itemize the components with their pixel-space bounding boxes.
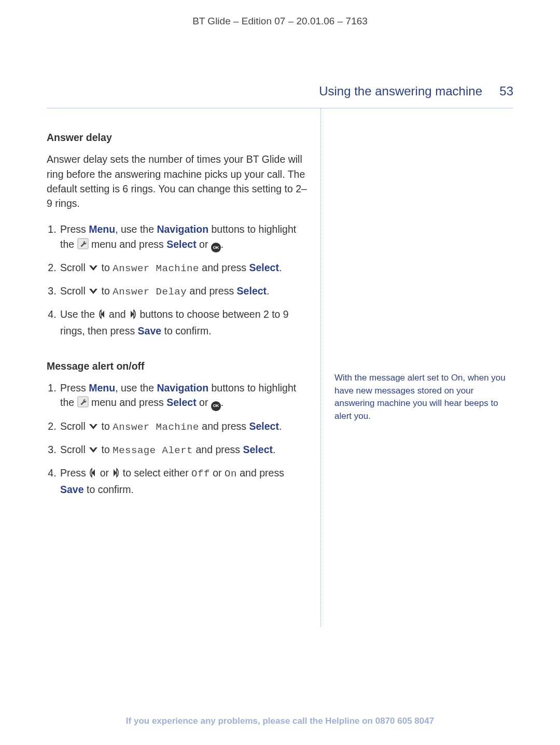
text: or [97, 467, 111, 479]
keyword-navigation: Navigation [157, 223, 208, 235]
spanner-icon [77, 238, 89, 253]
heading-answer-delay: Answer delay [47, 130, 310, 145]
text: . [273, 444, 275, 455]
heading-message-alert: Message alert on/off [47, 359, 310, 373]
step: Scroll to Message Alert and press Select… [59, 442, 310, 458]
text: to confirm. [161, 325, 211, 336]
step: Scroll to Answer Machine and press Selec… [59, 260, 310, 276]
keyword-menu: Menu [89, 223, 115, 235]
scroll-down-icon [88, 285, 99, 300]
text: menu and press [89, 238, 167, 250]
text: and press [187, 285, 236, 297]
keyword-save: Save [138, 325, 162, 336]
scroll-down-icon [88, 444, 99, 458]
steps-answer-delay: Press Menu, use the Navigation buttons t… [47, 222, 310, 338]
text: . [267, 285, 269, 297]
sidebar-note: With the message alert set to On, when y… [334, 372, 513, 423]
text: to [99, 262, 113, 273]
content-columns: Answer delay Answer delay sets the numbe… [47, 108, 513, 627]
text: Scroll [60, 262, 88, 273]
menu-item: Answer Machine [113, 263, 199, 274]
option-on: On [225, 468, 237, 480]
text: and press [199, 420, 249, 432]
text: Scroll [60, 285, 88, 297]
keyword-select: Select [166, 238, 196, 250]
step: Scroll to Answer Delay and press Select. [59, 284, 310, 300]
keyword-select: Select [237, 285, 267, 297]
nav-right-icon [111, 467, 120, 482]
text: menu and press [89, 397, 167, 408]
text: . [279, 420, 282, 432]
footer-phone: 0870 605 8047 [375, 716, 434, 726]
text: and press [193, 444, 243, 455]
ok-icon: OK [211, 243, 221, 252]
nav-left-icon [89, 467, 97, 482]
text: to [99, 285, 113, 297]
keyword-select: Select [249, 262, 278, 273]
menu-item: Answer Machine [113, 421, 199, 433]
ok-icon: OK [211, 401, 221, 411]
text: . [279, 262, 282, 273]
section-title: Using the answering machine [319, 84, 482, 99]
nav-left-icon [98, 308, 106, 323]
text: Use the [60, 308, 98, 320]
step: Use the and buttons to choose between 2 … [59, 307, 310, 338]
keyword-select: Select [249, 420, 278, 432]
document-header: BT Glide – Edition 07 – 20.01.06 – 7163 [47, 16, 513, 27]
keyword-menu: Menu [89, 382, 115, 393]
text: or [197, 397, 211, 408]
steps-message-alert: Press Menu, use the Navigation buttons t… [47, 381, 310, 497]
footer-text: If you experience any problems, please c… [126, 716, 375, 726]
option-off: Off [191, 468, 210, 480]
section-title-row: Using the answering machine 53 [47, 84, 513, 99]
step: Press Menu, use the Navigation buttons t… [59, 222, 310, 253]
text: Press [60, 223, 89, 235]
text: . [221, 397, 223, 408]
page-number: 53 [498, 84, 513, 99]
text: and press [199, 262, 249, 273]
nav-right-icon [129, 308, 137, 323]
keyword-select: Select [166, 397, 196, 408]
text: , use the [115, 382, 157, 393]
text: Scroll [60, 420, 88, 432]
text: and press [237, 467, 284, 479]
text: . [221, 238, 223, 250]
text: or [210, 467, 225, 479]
text: Scroll [60, 444, 88, 455]
spanner-icon [77, 396, 89, 411]
menu-item: Message Alert [113, 445, 193, 456]
main-column: Answer delay Answer delay sets the numbe… [47, 108, 320, 627]
intro-paragraph: Answer delay sets the number of times yo… [47, 152, 310, 210]
keyword-save: Save [60, 484, 84, 495]
text: to [99, 420, 113, 432]
scroll-down-icon [88, 262, 99, 276]
step: Press Menu, use the Navigation buttons t… [59, 381, 310, 412]
keyword-select: Select [243, 444, 273, 455]
text: and [106, 308, 129, 320]
text: Press [60, 382, 89, 393]
sidebar-column: With the message alert set to On, when y… [320, 108, 513, 627]
text: to select either [120, 467, 191, 479]
step: Press or to select either Off or On and … [59, 466, 310, 497]
menu-item: Answer Delay [113, 286, 187, 298]
document-page: BT Glide – Edition 07 – 20.01.06 – 7163 … [0, 0, 560, 745]
scroll-down-icon [88, 420, 99, 435]
keyword-navigation: Navigation [157, 382, 208, 393]
text: Press [60, 467, 89, 479]
text: , use the [115, 223, 157, 235]
text: to [99, 444, 113, 455]
text: to confirm. [84, 484, 134, 495]
step: Scroll to Answer Machine and press Selec… [59, 419, 310, 435]
footer-helpline: If you experience any problems, please c… [0, 716, 560, 726]
text: or [197, 238, 211, 250]
